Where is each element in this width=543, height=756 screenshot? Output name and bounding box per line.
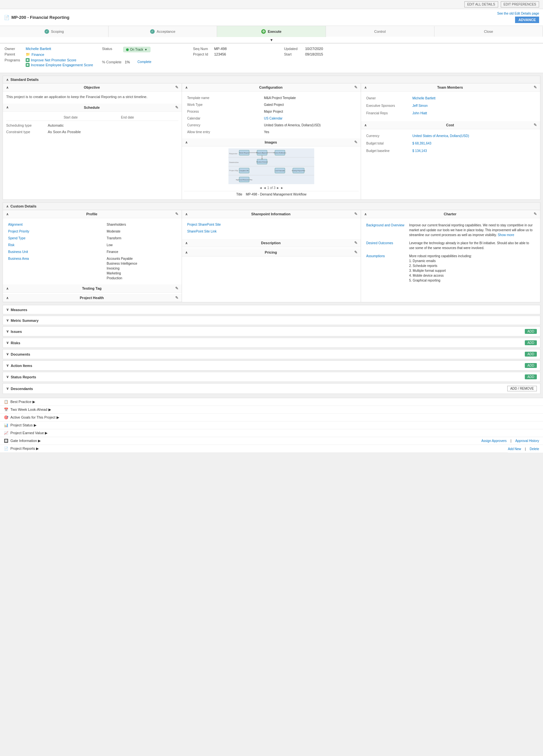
schedule-chevron[interactable]: ∧ xyxy=(6,106,8,109)
parent-link[interactable]: Finance xyxy=(32,53,44,57)
page-title-container: 📄 MP-200 - Financial Reporting xyxy=(4,15,69,20)
image-title: Title xyxy=(236,193,242,196)
acceptance-check-icon: ✓ xyxy=(150,29,155,34)
sharepoint-chevron[interactable]: ∧ xyxy=(185,212,187,216)
descendants-chevron: ∨ xyxy=(6,386,9,391)
phase-acceptance[interactable]: ✓ Acceptance xyxy=(108,26,217,37)
img-prev-btn[interactable]: ◄ xyxy=(259,186,262,190)
risks-section: ∨ Risks ADD xyxy=(3,338,540,348)
nav-two-week-look-ahead[interactable]: 📅 Two Week Look-Ahead ▶ xyxy=(0,406,543,414)
cost-chevron[interactable]: ∧ xyxy=(364,123,367,127)
config-table: Template nameM&A Project Template Work T… xyxy=(185,94,358,137)
program-link-1[interactable]: Improve Net Promoter Score xyxy=(31,58,76,62)
table-row: Budget total $ 68,391,643 xyxy=(365,140,536,147)
project-status-icon: 📊 xyxy=(4,423,8,427)
pricing-edit-icon[interactable]: ✎ xyxy=(354,250,358,255)
configuration-label: Configuration xyxy=(259,85,283,89)
status-badge[interactable]: On Track ▼ xyxy=(123,47,150,52)
action-items-section: ∨ Action Items ADD xyxy=(3,360,540,371)
cost-edit-icon[interactable]: ✎ xyxy=(534,123,537,127)
charter-edit-icon[interactable]: ✎ xyxy=(534,212,537,216)
project-id-value: 123456 xyxy=(214,52,226,56)
config-chevron[interactable]: ∧ xyxy=(185,86,187,89)
project-health-edit-icon[interactable]: ✎ xyxy=(175,296,178,300)
see-old-link[interactable]: See the old Edit Details page xyxy=(497,12,539,15)
approval-history-link[interactable]: Approval History xyxy=(515,439,539,443)
objective-chevron[interactable]: ∧ xyxy=(6,86,8,89)
risks-add-button[interactable]: ADD xyxy=(525,340,537,345)
phase-execute[interactable]: ⚙ Execute xyxy=(217,26,326,37)
nav-project-reports[interactable]: 📄 Project Reports ▶ xyxy=(0,445,508,453)
issues-add-button[interactable]: ADD xyxy=(525,329,537,334)
schedule-edit-icon[interactable]: ✎ xyxy=(175,105,178,110)
team-chevron[interactable]: ∧ xyxy=(364,86,367,89)
advance-button[interactable]: ADVANCE xyxy=(515,17,539,23)
nav-active-goals[interactable]: 🎯 Active Goals for This Project ▶ xyxy=(0,414,543,422)
edit-preferences-button[interactable]: EDIT PREFERENCES xyxy=(501,1,539,7)
nav-best-practice[interactable]: 📋 Best Practice ▶ xyxy=(0,398,543,406)
images-chevron[interactable]: ∧ xyxy=(185,141,187,144)
documents-add-button[interactable]: ADD xyxy=(525,352,537,357)
objective-edit-icon[interactable]: ✎ xyxy=(175,85,178,90)
phase-close[interactable]: Close xyxy=(435,26,543,37)
status-reports-header[interactable]: ∨ Status Reports ADD xyxy=(3,372,540,382)
calendar-link[interactable]: US Calendar xyxy=(264,117,283,120)
nav-project-status[interactable]: 📊 Project Status ▶ xyxy=(0,422,543,429)
img-next-btn[interactable]: ► xyxy=(281,186,284,190)
description-chevron[interactable]: ∧ xyxy=(185,241,187,245)
project-status-label: Project Status ▶ xyxy=(10,423,36,427)
phase-control[interactable]: Control xyxy=(326,26,435,37)
phase-scoping[interactable]: ✓ Scoping xyxy=(0,26,108,37)
testing-tag-edit-icon[interactable]: ✎ xyxy=(175,286,178,291)
sharepoint-edit-icon[interactable]: ✎ xyxy=(354,212,358,216)
sharepoint-table: Project SharePoint Site SharePoint Site … xyxy=(185,221,358,235)
descendants-add-remove-button[interactable]: ADD / REMOVE xyxy=(507,386,537,391)
configuration-content: Template nameM&A Project Template Work T… xyxy=(182,92,361,137)
nav-gate-information[interactable]: 🔲 Gate Information ▶ xyxy=(0,437,481,445)
program-icon-2: ▣ xyxy=(26,63,30,67)
add-new-link[interactable]: Add New xyxy=(508,447,521,451)
sched-type-value: Automatic xyxy=(48,123,64,128)
program-link-2[interactable]: Increase Employee Engagement Score xyxy=(31,63,93,67)
project-health-chevron[interactable]: ∧ xyxy=(6,296,8,300)
pricing-chevron[interactable]: ∧ xyxy=(185,251,187,254)
profile-edit-icon[interactable]: ✎ xyxy=(175,212,178,216)
pricing-header: ∧ Pricing ✎ xyxy=(182,248,361,257)
team-members-header: ∧ Team Members ✎ xyxy=(361,83,540,92)
standard-details-label: Standard Details xyxy=(10,78,537,82)
description-edit-icon[interactable]: ✎ xyxy=(354,241,358,245)
custom-details-chevron[interactable]: ∧ xyxy=(6,205,8,208)
execute-active-icon: ⚙ xyxy=(261,29,266,34)
start-label: Start xyxy=(284,52,302,56)
owner-link[interactable]: Michelle Bartlett xyxy=(26,47,51,51)
measures-label: Measures xyxy=(11,308,27,312)
table-row: Currency United States of America, Dolla… xyxy=(365,132,536,139)
issues-header[interactable]: ∨ Issues ADD xyxy=(3,327,540,336)
team-edit-icon[interactable]: ✎ xyxy=(534,85,537,90)
assign-approvers-link[interactable]: Assign Approvers xyxy=(481,439,507,443)
documents-section: ∨ Documents ADD xyxy=(3,349,540,359)
delete-link[interactable]: Delete xyxy=(530,447,539,451)
charter-chevron[interactable]: ∧ xyxy=(364,212,367,216)
image-title-value: MP-498 - Demand Management Workflow xyxy=(246,193,307,196)
status-reports-add-button[interactable]: ADD xyxy=(525,374,537,379)
images-edit-icon[interactable]: ✎ xyxy=(354,140,358,145)
nav-project-earned-value[interactable]: 📈 Project Earned Value ▶ xyxy=(0,429,543,437)
show-more-link[interactable]: Show more xyxy=(498,233,514,237)
descendants-header[interactable]: ∨ Descendants ADD / REMOVE xyxy=(3,384,540,394)
phase-toggle[interactable]: ▼ xyxy=(0,37,543,43)
risks-header[interactable]: ∨ Risks ADD xyxy=(3,338,540,347)
testing-tag-chevron[interactable]: ∧ xyxy=(6,287,8,290)
config-edit-icon[interactable]: ✎ xyxy=(354,85,358,90)
profile-chevron[interactable]: ∧ xyxy=(6,212,8,216)
action-items-header[interactable]: ∨ Action Items ADD xyxy=(3,361,540,370)
updated-label: Updated xyxy=(284,47,302,51)
action-items-add-button[interactable]: ADD xyxy=(525,363,537,368)
documents-header[interactable]: ∨ Documents ADD xyxy=(3,349,540,359)
measures-chevron: ∨ xyxy=(6,308,9,312)
standard-details-chevron[interactable]: ∧ xyxy=(6,78,8,82)
edit-all-details-button[interactable]: EDIT ALL DETAILS xyxy=(464,1,498,7)
measures-header[interactable]: ∨ Measures xyxy=(3,305,540,314)
active-goals-icon: 🎯 xyxy=(4,415,8,420)
metric-summary-header[interactable]: ∨ Metric Summary xyxy=(3,316,540,325)
